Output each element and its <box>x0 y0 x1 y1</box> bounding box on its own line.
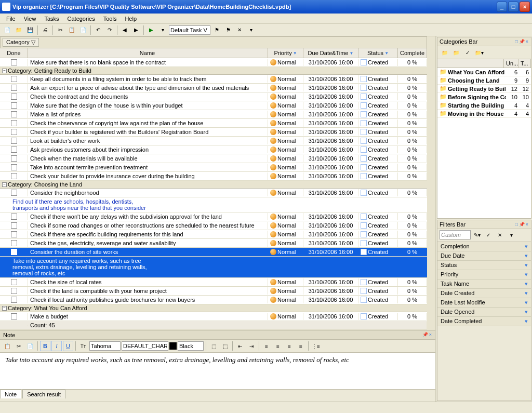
align-left-button[interactable]: ≡ <box>261 341 272 351</box>
done-checkbox[interactable] <box>11 85 17 91</box>
toolbar-button[interactable]: ◀ <box>119 25 130 35</box>
done-checkbox[interactable] <box>11 297 17 303</box>
done-checkbox[interactable] <box>11 279 17 285</box>
task-row[interactable]: Check if your builder is registered with… <box>0 128 427 137</box>
task-row[interactable]: Look at builder's other work Normal31/10… <box>0 137 427 145</box>
menu-tools[interactable]: Tools <box>99 15 121 23</box>
done-checkbox[interactable] <box>11 120 17 126</box>
menu-file[interactable]: File <box>2 15 20 23</box>
chevron-down-icon[interactable]: ▾ <box>525 299 528 306</box>
toolbar-button[interactable]: ✎▾ <box>472 230 482 241</box>
toolbar-button[interactable]: ⬚ <box>208 341 219 351</box>
done-checkbox[interactable] <box>11 240 17 246</box>
task-row[interactable]: Check if there won't be any delays with … <box>0 212 427 221</box>
task-row[interactable]: Consider the duration of site works Norm… <box>0 248 427 257</box>
filter-item[interactable]: Date Completed▾ <box>437 317 531 326</box>
task-row[interactable]: Check if local authority publishes guide… <box>0 296 427 304</box>
task-grid[interactable]: Done Name Priority▼ Due Date&Time▼ Statu… <box>0 48 427 330</box>
col-unread[interactable]: Un... <box>504 59 518 68</box>
category-item[interactable]: 📁What You Can Afford66 <box>437 68 531 76</box>
panel-button[interactable]: □ <box>515 222 517 227</box>
toolbar-button[interactable]: 💾 <box>25 25 35 35</box>
expand-icon[interactable]: − <box>2 306 7 311</box>
chevron-down-icon[interactable]: ▾ <box>525 271 528 278</box>
task-row[interactable]: Check the observance of copyright law ag… <box>0 119 427 128</box>
align-right-button[interactable]: ≡ <box>284 341 295 351</box>
task-row[interactable]: Check if some road changes or other reco… <box>0 221 427 230</box>
toolbar-button[interactable]: 📋 <box>66 25 77 35</box>
bullets-button[interactable]: ⋮≡ <box>311 341 321 351</box>
expand-icon[interactable]: − <box>2 182 7 187</box>
task-row[interactable]: Make a list of prices Normal31/10/2006 1… <box>0 110 427 119</box>
done-checkbox[interactable] <box>11 231 17 237</box>
col-total[interactable]: T... <box>518 59 531 68</box>
filter-combo[interactable] <box>440 230 471 239</box>
toolbar-button[interactable]: ⚑ <box>211 25 222 35</box>
toolbar-button[interactable]: ▶ <box>146 25 156 35</box>
menu-view[interactable]: View <box>20 15 41 23</box>
group-by-chip[interactable]: Category ▽ <box>3 38 39 47</box>
task-row[interactable]: Check if the land is compatible with you… <box>0 287 427 296</box>
done-checkbox[interactable] <box>11 76 17 82</box>
chevron-down-icon[interactable]: ▾ <box>525 252 528 259</box>
menu-help[interactable]: Help <box>121 15 141 23</box>
toolbar-button[interactable]: ⇥ <box>246 341 257 351</box>
task-row[interactable]: Check your builder to provide insurance … <box>0 172 427 181</box>
chevron-down-icon[interactable]: ▾ <box>525 318 528 325</box>
task-row[interactable]: Check if there are specific building req… <box>0 230 427 239</box>
toolbar-button[interactable]: ⇤ <box>235 341 245 351</box>
toolbar-button[interactable]: ✕ <box>495 230 505 241</box>
col-due[interactable]: Due Date&Time▼ <box>303 48 358 58</box>
toolbar-button[interactable]: ✓ <box>462 47 473 58</box>
align-center-button[interactable]: ≡ <box>273 341 283 351</box>
category-item[interactable]: 📁Choosing the Land99 <box>437 76 531 85</box>
filter-item[interactable]: Date Opened▾ <box>437 308 531 317</box>
category-item[interactable]: 📁Before Signing the Co1010 <box>437 93 531 101</box>
chevron-down-icon[interactable]: ▾ <box>525 309 528 315</box>
chevron-down-icon[interactable]: ▾ <box>525 290 528 297</box>
style-combo[interactable] <box>122 341 168 351</box>
done-checkbox[interactable] <box>11 313 17 319</box>
pin-icon[interactable]: 📌 <box>519 222 525 227</box>
menu-categories[interactable]: Categories <box>63 15 99 23</box>
toolbar-button[interactable]: 📄 <box>2 25 12 35</box>
toolbar-button[interactable]: ✂ <box>55 25 65 35</box>
toolbar-button[interactable]: 📋 <box>2 341 12 351</box>
done-checkbox[interactable] <box>11 129 17 135</box>
tab-search-result[interactable]: Search result <box>22 390 65 398</box>
pin-icon[interactable]: 📌 <box>519 39 525 44</box>
toolbar-button[interactable]: 🖨 <box>40 25 50 35</box>
toolbar-dropdown[interactable]: ▾ <box>506 230 516 241</box>
toolbar-button[interactable]: ↷ <box>104 25 115 35</box>
col-status[interactable]: Status▼ <box>358 48 398 58</box>
toolbar-button[interactable]: ▶ <box>131 25 141 35</box>
bold-button[interactable]: B <box>40 341 50 351</box>
close-button[interactable]: × <box>520 2 530 12</box>
task-row[interactable]: Ask an expert for a piece of advise abou… <box>0 84 427 92</box>
task-row[interactable]: Make a budget Normal31/10/2006 16:00 Cre… <box>0 312 427 321</box>
done-checkbox[interactable] <box>11 173 17 179</box>
tab-note[interactable]: Note <box>0 390 21 398</box>
done-checkbox[interactable] <box>11 146 17 153</box>
task-row[interactable]: Keep all documents in a filing system in… <box>0 75 427 84</box>
panel-button[interactable]: □ <box>515 39 517 44</box>
done-checkbox[interactable] <box>11 164 17 170</box>
done-checkbox[interactable] <box>11 59 17 65</box>
color-swatch[interactable] <box>169 342 177 350</box>
done-checkbox[interactable] <box>11 214 17 220</box>
chevron-down-icon[interactable]: ▾ <box>525 281 528 287</box>
toolbar-button[interactable]: 📄 <box>78 25 88 35</box>
toolbar-button[interactable]: 📁▾ <box>474 47 484 58</box>
task-row[interactable]: Make sure that there is no blank space i… <box>0 58 427 67</box>
toolbar-button[interactable]: 📄 <box>25 341 35 351</box>
expand-icon[interactable]: − <box>2 69 7 73</box>
menu-tasks[interactable]: Tasks <box>40 15 63 23</box>
align-justify-button[interactable]: ≡ <box>296 341 306 351</box>
filter-item[interactable]: Priority▾ <box>437 270 531 279</box>
col-done[interactable]: Done <box>0 48 28 58</box>
toolbar-dropdown[interactable]: ▾ <box>157 25 168 35</box>
toolbar-button[interactable]: 📁 <box>14 25 24 35</box>
view-combo[interactable] <box>169 25 210 35</box>
close-icon[interactable]: × <box>526 39 528 44</box>
toolbar-button[interactable]: 📁 <box>451 47 461 58</box>
